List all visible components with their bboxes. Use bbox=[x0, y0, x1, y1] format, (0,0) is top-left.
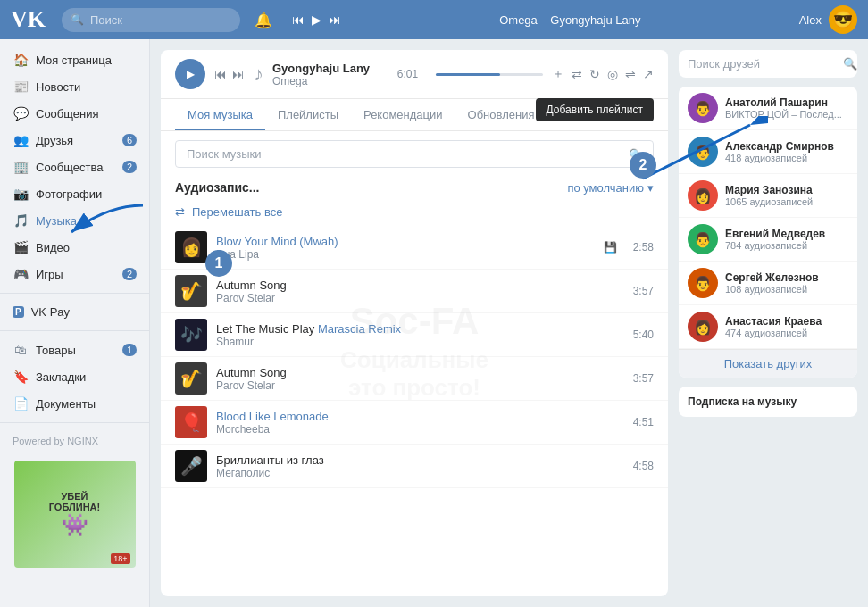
tab-recommendations[interactable]: Рекомендации bbox=[351, 99, 455, 130]
show-others-button[interactable]: Показать других bbox=[679, 349, 857, 378]
communities-icon: 🏢 bbox=[13, 160, 29, 174]
sidebar-item-communities[interactable]: 🏢 Сообщества 2 bbox=[0, 154, 149, 180]
player-prev-btn[interactable]: ⏮ bbox=[214, 67, 227, 81]
friends-search-icon[interactable]: 🔍 bbox=[843, 57, 857, 71]
shuffle-icon[interactable]: ⇄ bbox=[572, 67, 582, 81]
friend-name: Евгений Медведев bbox=[725, 228, 848, 240]
music-panel: ▶ ⏮ ⏭ ♪ Gyongyhaju Lany Omega 6:01 bbox=[161, 50, 668, 596]
subscription-title: Подписка на музыку bbox=[688, 395, 848, 408]
player-progress-bar[interactable] bbox=[436, 73, 543, 76]
sidebar-item-my-page[interactable]: 🏠 Моя страница bbox=[0, 46, 149, 73]
friend-tracks: 108 аудиозаписей bbox=[725, 284, 848, 295]
games-icon: 🎮 bbox=[13, 267, 29, 281]
sidebar-item-vkpay[interactable]: P VK Pay bbox=[0, 299, 149, 325]
track-duration: 2:58 bbox=[633, 241, 654, 254]
shuffle-icon: ⇄ bbox=[175, 205, 185, 219]
sidebar-item-games[interactable]: 🎮 Игры 2 bbox=[0, 261, 149, 287]
sidebar-item-label: Фотографии bbox=[36, 187, 102, 201]
friend-tracks: ВИКТОР ЦОЙ – Послед... bbox=[725, 109, 848, 120]
track-duration: 3:57 bbox=[633, 372, 654, 385]
track-item[interactable]: 🎤 Бриллианты из глаз Мегаполис 4:58 bbox=[161, 445, 668, 488]
friend-item[interactable]: 👨 Сергей Железнов 108 аудиозаписей bbox=[679, 262, 857, 305]
save-track-icon[interactable]: 💾 bbox=[604, 241, 617, 254]
playback-controls: ⏮ ▶ ⏭ bbox=[292, 12, 341, 27]
sidebar-item-label: Товары bbox=[36, 344, 76, 357]
sidebar-item-label: Сообщества bbox=[36, 161, 104, 174]
track-meta: Blow Your Mind (Mwah) Dua Lipa bbox=[216, 235, 595, 261]
player-actions: ＋ ⇄ ↻ ◎ ⇌ ↗ Добавить плейлист bbox=[552, 66, 654, 82]
main-layout: 🏠 Моя страница 📰 Новости 💬 Сообщения 👥 Д… bbox=[0, 39, 868, 607]
sidebar-item-messages[interactable]: 💬 Сообщения bbox=[0, 100, 149, 127]
friend-item[interactable]: 👨 Евгений Медведев 784 аудиозаписей bbox=[679, 218, 857, 262]
music-search-icon[interactable]: 🔍 bbox=[629, 147, 643, 161]
photos-icon: 📷 bbox=[13, 187, 29, 201]
sidebar-item-docs[interactable]: 📄 Документы bbox=[0, 390, 149, 417]
sidebar-divider3 bbox=[0, 422, 149, 423]
sort-button[interactable]: по умолчанию ▾ bbox=[567, 181, 654, 195]
add-icon[interactable]: ＋ bbox=[552, 66, 564, 82]
track-item[interactable]: 🎷 Autumn Song Parov Stelar 3:57 bbox=[161, 357, 668, 401]
audio-section-title: Аудиозапис... bbox=[175, 180, 260, 195]
vk-logo: VK bbox=[11, 6, 46, 33]
repeat-icon[interactable]: ↻ bbox=[589, 67, 600, 81]
goods-icon: 🛍 bbox=[13, 343, 29, 357]
friend-tracks: 418 аудиозаписей bbox=[725, 153, 848, 163]
track-meta: Let The Music Play Marascia Remix Shamur bbox=[216, 322, 624, 348]
sidebar-item-goods[interactable]: 🛍 Товары 1 bbox=[0, 337, 149, 363]
sidebar-item-label: Друзья bbox=[36, 134, 73, 147]
friend-item[interactable]: 👩 Анастасия Краева 474 аудиозаписей bbox=[679, 305, 857, 349]
friend-name: Анатолий Пашарин bbox=[725, 96, 848, 109]
topbar-search-input[interactable] bbox=[62, 8, 240, 32]
play-pause-btn[interactable]: ▶ bbox=[312, 12, 321, 27]
audio-header: Аудиозапис... по умолчанию ▾ bbox=[161, 177, 668, 202]
track-item[interactable]: 🎈 Blood Like Lemonade Morcheeba 4:51 bbox=[161, 401, 668, 445]
sidebar-item-video[interactable]: 🎬 Видео bbox=[0, 234, 149, 261]
bookmarks-icon: 🔖 bbox=[13, 370, 29, 384]
sidebar-item-friends[interactable]: 👥 Друзья 6 bbox=[0, 127, 149, 154]
sidebar-item-news[interactable]: 📰 Новости bbox=[0, 73, 149, 100]
track-artist: Dua Lipa bbox=[216, 248, 595, 261]
add-playlist-tooltip: Добавить плейлист bbox=[536, 98, 654, 121]
track-thumbnail: 🎤 bbox=[175, 450, 207, 482]
track-meta: Blood Like Lemonade Morcheeba bbox=[216, 410, 624, 436]
broadcast-icon[interactable]: ◎ bbox=[607, 67, 618, 81]
music-search-input[interactable] bbox=[175, 140, 654, 168]
player-next-btn[interactable]: ⏭ bbox=[232, 67, 245, 81]
ad-banner[interactable]: УБЕЙГОБЛИНА! 👾 18+ bbox=[14, 461, 136, 568]
track-title: Blood Like Lemonade bbox=[216, 410, 624, 423]
friend-item[interactable]: 👩 Мария Занозина 1065 аудиозаписей bbox=[679, 174, 857, 218]
friend-avatar: 👩 bbox=[688, 180, 718, 211]
shuffle-row[interactable]: ⇄ Перемешать все bbox=[161, 202, 668, 226]
friend-item[interactable]: 👨 Анатолий Пашарин ВИКТОР ЦОЙ – Послед..… bbox=[679, 87, 857, 130]
next-track-btn[interactable]: ⏭ bbox=[329, 12, 341, 27]
track-title: Autumn Song bbox=[216, 366, 624, 379]
track-item[interactable]: 🎷 Autumn Song Parov Stelar 3:57 bbox=[161, 270, 668, 313]
avatar: 😎 bbox=[829, 5, 857, 34]
prev-track-btn[interactable]: ⏮ bbox=[292, 12, 305, 27]
friends-search-input[interactable] bbox=[688, 57, 838, 71]
tab-my-music[interactable]: Моя музыка bbox=[175, 99, 265, 130]
player-nav-controls: ⏮ ⏭ bbox=[214, 67, 245, 81]
track-item[interactable]: 👩 Blow Your Mind (Mwah) Dua Lipa 💾 2:58 bbox=[161, 226, 668, 270]
crossfade-icon[interactable]: ⇌ bbox=[625, 67, 636, 81]
music-search-area: 🔍 bbox=[161, 131, 668, 177]
share-icon[interactable]: ↗ bbox=[643, 67, 654, 81]
friend-info: Анатолий Пашарин ВИКТОР ЦОЙ – Послед... bbox=[725, 96, 848, 120]
friend-item[interactable]: 👨 Александр Смирнов 418 аудиозаписей bbox=[679, 130, 857, 174]
friends-list: 👨 Анатолий Пашарин ВИКТОР ЦОЙ – Послед..… bbox=[679, 87, 857, 378]
player-progress-fill bbox=[436, 73, 500, 76]
track-duration: 5:40 bbox=[633, 328, 654, 341]
track-item[interactable]: 🎶 Let The Music Play Marascia Remix Sham… bbox=[161, 313, 668, 357]
sidebar-item-label: Видео bbox=[36, 241, 70, 254]
bell-icon[interactable]: 🔔 bbox=[255, 12, 272, 29]
user-profile[interactable]: Alex 😎 bbox=[799, 5, 857, 34]
track-meta: Autumn Song Parov Stelar bbox=[216, 279, 624, 304]
sidebar-item-bookmarks[interactable]: 🔖 Закладки bbox=[0, 363, 149, 390]
player-play-btn[interactable]: ▶ bbox=[175, 59, 205, 89]
friend-tracks: 474 аудиозаписей bbox=[725, 328, 848, 338]
sidebar-item-music[interactable]: 🎵 Музыка bbox=[0, 207, 149, 234]
track-thumbnail: 🎶 bbox=[175, 319, 207, 351]
goods-badge: 1 bbox=[122, 344, 137, 356]
sidebar-item-photos[interactable]: 📷 Фотографии bbox=[0, 180, 149, 207]
tab-playlists[interactable]: Плейлисты bbox=[265, 99, 351, 130]
